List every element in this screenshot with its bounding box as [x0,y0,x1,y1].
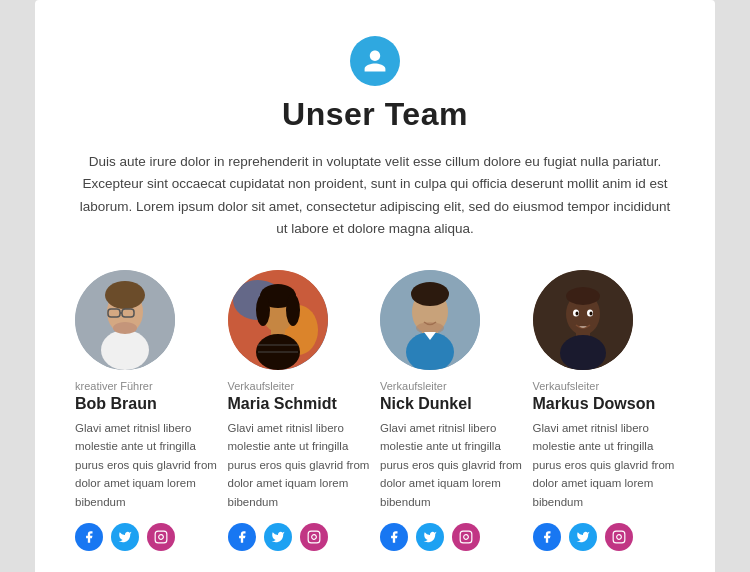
svg-rect-42 [613,531,625,543]
svg-point-17 [286,294,300,326]
member-name-bob: Bob Braun [75,395,157,413]
member-bio-markus: Glavi amet ritnisl libero molestie ante … [533,419,676,511]
section-description: Duis aute irure dolor in reprehenderit i… [75,151,675,240]
svg-point-2 [105,281,145,309]
svg-point-26 [411,282,449,306]
svg-point-8 [113,322,137,334]
svg-point-35 [566,287,600,305]
twitter-icon-nick[interactable] [416,523,444,551]
section-title: Unser Team [282,96,468,133]
member-role-nick: Verkaufsleiter [380,380,447,392]
member-role-bob: kreativer Führer [75,380,153,392]
avatar-bob [75,270,175,370]
section-header: Unser Team [75,36,675,133]
team-grid: kreativer Führer Bob Braun Glavi amet ri… [75,270,675,551]
member-bio-bob: Glavi amet ritnisl libero molestie ante … [75,419,218,511]
twitter-icon-markus[interactable] [569,523,597,551]
svg-rect-22 [308,531,320,543]
team-member-maria: Verkaufsleiter Maria Schmidt Glavi amet … [228,270,371,551]
svg-rect-31 [460,531,472,543]
facebook-icon-nick[interactable] [380,523,408,551]
instagram-icon-maria[interactable] [300,523,328,551]
svg-point-41 [589,312,592,316]
instagram-icon-nick[interactable] [452,523,480,551]
member-bio-maria: Glavi amet ritnisl libero molestie ante … [228,419,371,511]
svg-point-16 [256,294,270,326]
instagram-icon-bob[interactable] [147,523,175,551]
social-icons-nick [380,523,480,551]
social-icons-bob [75,523,175,551]
avatar-maria [228,270,328,370]
twitter-icon-maria[interactable] [264,523,292,551]
svg-rect-9 [155,531,167,543]
facebook-icon-bob[interactable] [75,523,103,551]
member-name-nick: Nick Dunkel [380,395,472,413]
user-icon [350,36,400,86]
team-member-bob: kreativer Führer Bob Braun Glavi amet ri… [75,270,218,551]
svg-point-37 [560,335,606,370]
facebook-icon-markus[interactable] [533,523,561,551]
avatar-markus [533,270,633,370]
member-bio-nick: Glavi amet ritnisl libero molestie ante … [380,419,523,511]
team-member-markus: Verkaufsleiter Markus Dowson Glavi amet … [533,270,676,551]
member-name-markus: Markus Dowson [533,395,656,413]
member-role-markus: Verkaufsleiter [533,380,600,392]
svg-point-7 [101,330,149,370]
social-icons-markus [533,523,633,551]
social-icons-maria [228,523,328,551]
team-member-nick: Verkaufsleiter Nick Dunkel Glavi amet ri… [380,270,523,551]
instagram-icon-markus[interactable] [605,523,633,551]
member-role-maria: Verkaufsleiter [228,380,295,392]
avatar-nick [380,270,480,370]
twitter-icon-bob[interactable] [111,523,139,551]
team-card: Unser Team Duis aute irure dolor in repr… [35,0,715,572]
facebook-icon-maria[interactable] [228,523,256,551]
member-name-maria: Maria Schmidt [228,395,337,413]
svg-point-40 [575,312,578,316]
